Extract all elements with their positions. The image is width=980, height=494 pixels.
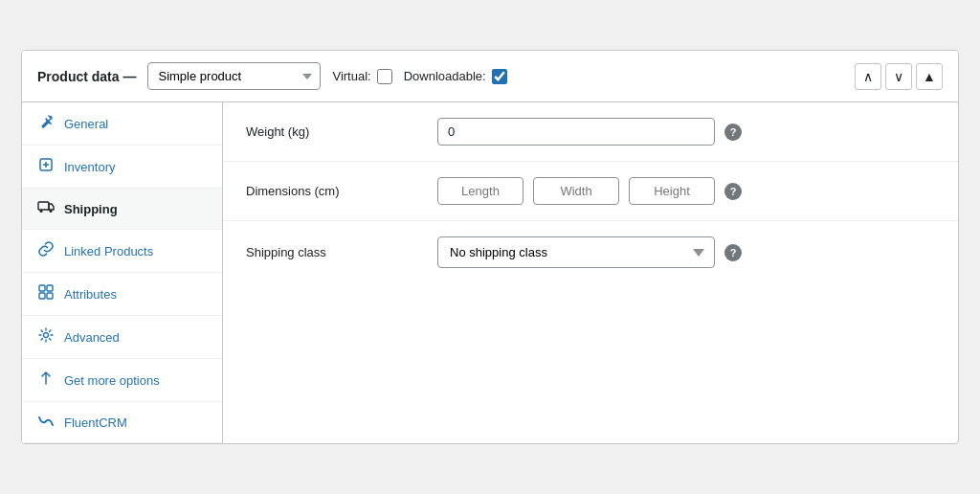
scroll-up-button[interactable]: ∧	[855, 63, 881, 90]
virtual-label: Virtual:	[332, 69, 370, 83]
weight-input[interactable]	[437, 118, 715, 146]
sidebar-item-get-more-options[interactable]: Get more options	[22, 359, 222, 402]
sidebar-item-linked-products[interactable]: Linked Products	[22, 230, 222, 273]
weight-field-row: ?	[437, 118, 935, 146]
dimensions-field-row: ?	[437, 177, 935, 205]
product-type-select[interactable]: Simple product Variable product Grouped …	[147, 62, 321, 90]
virtual-group: Virtual:	[332, 69, 391, 84]
sidebar-item-linked-products-label: Linked Products	[64, 244, 153, 258]
fluentcrm-icon	[37, 414, 55, 431]
attributes-icon	[37, 284, 55, 303]
sidebar-item-inventory[interactable]: Inventory	[22, 146, 222, 189]
dimensions-row: Dimensions (cm) ?	[223, 162, 958, 221]
shipping-class-row: Shipping class No shipping class ?	[223, 221, 958, 284]
sidebar-item-fluentcrm[interactable]: FluentCRM	[22, 402, 222, 443]
sidebar-item-general[interactable]: General	[22, 102, 222, 146]
shipping-class-select[interactable]: No shipping class	[437, 236, 715, 268]
svg-point-3	[50, 210, 53, 213]
sidebar-item-get-more-options-label: Get more options	[64, 373, 160, 388]
weight-help-icon[interactable]: ?	[724, 124, 742, 141]
sidebar-item-attributes[interactable]: Attributes	[22, 273, 222, 316]
sidebar-item-shipping[interactable]: Shipping	[22, 189, 222, 230]
shipping-class-field-row: No shipping class ?	[437, 236, 935, 268]
link-icon	[37, 241, 55, 260]
length-input[interactable]	[437, 177, 523, 205]
dimensions-label: Dimensions (cm)	[246, 184, 340, 198]
shipping-class-help-icon[interactable]: ?	[724, 244, 742, 261]
sidebar-item-shipping-label: Shipping	[64, 202, 118, 216]
downloadable-group: Downloadable:	[404, 69, 507, 84]
scroll-down-button[interactable]: ∨	[885, 63, 912, 90]
sidebar-item-inventory-label: Inventory	[64, 160, 115, 174]
wrench-icon	[37, 114, 55, 133]
sidebar-item-attributes-label: Attributes	[64, 287, 117, 302]
weight-label: Weight (kg)	[246, 124, 309, 139]
weight-row: Weight (kg) ?	[223, 102, 958, 162]
svg-rect-1	[38, 202, 49, 210]
svg-point-2	[40, 210, 43, 213]
sidebar: General Inventory	[22, 102, 223, 443]
svg-rect-4	[39, 285, 45, 291]
downloadable-checkbox[interactable]	[492, 69, 507, 84]
sidebar-item-advanced-label: Advanced	[64, 330, 120, 345]
panel-title: Product data —	[37, 69, 136, 84]
downloadable-label: Downloadable:	[404, 69, 486, 83]
svg-rect-7	[47, 293, 53, 299]
sidebar-item-general-label: General	[64, 117, 108, 131]
shipping-form-table: Weight (kg) ? Dimensions (cm)	[223, 102, 958, 283]
sidebar-item-fluentcrm-label: FluentCRM	[64, 415, 127, 430]
sidebar-item-advanced[interactable]: Advanced	[22, 316, 222, 359]
dimensions-help-icon[interactable]: ?	[724, 183, 742, 200]
get-more-icon	[37, 370, 55, 390]
header-controls: ∧ ∨ ▲	[855, 63, 943, 90]
shipping-class-label: Shipping class	[246, 245, 326, 259]
inventory-icon	[37, 157, 55, 176]
main-content: Weight (kg) ? Dimensions (cm)	[223, 102, 958, 443]
virtual-checkbox[interactable]	[377, 69, 392, 84]
product-data-panel: Product data — Simple product Variable p…	[21, 50, 959, 444]
svg-rect-5	[47, 285, 53, 291]
svg-point-8	[44, 333, 49, 338]
width-input[interactable]	[533, 177, 619, 205]
shipping-icon	[37, 200, 55, 217]
svg-rect-6	[39, 293, 45, 299]
panel-body: General Inventory	[22, 102, 958, 443]
gear-icon	[37, 327, 55, 347]
panel-header: Product data — Simple product Variable p…	[22, 51, 958, 102]
collapse-button[interactable]: ▲	[916, 63, 943, 90]
height-input[interactable]	[629, 177, 715, 205]
